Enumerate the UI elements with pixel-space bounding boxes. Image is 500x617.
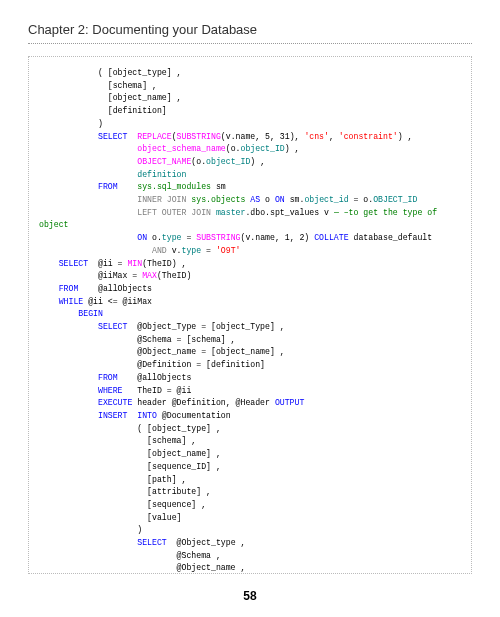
- code-line: FROM sys.sql_modules sm: [39, 181, 461, 194]
- code-line: FROM @allObjects: [39, 283, 461, 296]
- code-line: [schema] ,: [39, 80, 461, 93]
- code-line: ): [39, 524, 461, 537]
- code-line: AND v.type = 'O9T': [39, 245, 461, 258]
- code-line: ): [39, 118, 461, 131]
- code-line: object_schema_name(o.object_ID) ,: [39, 143, 461, 156]
- code-line: [object_name] ,: [39, 92, 461, 105]
- code-line: BEGIN: [39, 308, 461, 321]
- code-line: ( [object_type] ,: [39, 67, 461, 80]
- code-line: [attribute] ,: [39, 486, 461, 499]
- code-line: object: [39, 219, 461, 232]
- code-line: @Schema ,: [39, 550, 461, 563]
- code-line: [object_name] ,: [39, 448, 461, 461]
- code-line: ( [object_type] ,: [39, 423, 461, 436]
- code-line: @iiMax = MAX(TheID): [39, 270, 461, 283]
- code-line: [path] ,: [39, 474, 461, 487]
- code-line: ON o.type = SUBSTRING(v.name, 1, 2) COLL…: [39, 232, 461, 245]
- code-line: SELECT @ii = MIN(TheID) ,: [39, 258, 461, 271]
- code-line: [schema] ,: [39, 435, 461, 448]
- code-line: EXECUTE header @Definition, @Header OUTP…: [39, 397, 461, 410]
- code-line: LEFT OUTER JOIN master.dbo.spt_values v …: [39, 207, 461, 220]
- code-line: @Object_name = [object_name] ,: [39, 346, 461, 359]
- page-number: 58: [0, 589, 500, 603]
- code-line: OBJECT_NAME(o.object_ID) ,: [39, 156, 461, 169]
- code-line: [definition]: [39, 105, 461, 118]
- code-line: @Object_name ,: [39, 562, 461, 574]
- code-line: @Schema = [schema] ,: [39, 334, 461, 347]
- code-line: SELECT @Object_type ,: [39, 537, 461, 550]
- code-line: [sequence_ID] ,: [39, 461, 461, 474]
- code-line: WHERE TheID = @ii: [39, 385, 461, 398]
- code-line: WHILE @ii <= @iiMax: [39, 296, 461, 309]
- code-line: [sequence] ,: [39, 499, 461, 512]
- code-line: INSERT INTO @Documentation: [39, 410, 461, 423]
- code-line: [value]: [39, 512, 461, 525]
- code-line: SELECT @Object_Type = [object_Type] ,: [39, 321, 461, 334]
- sql-code-block: ( [object_type] , [schema] , [object_nam…: [28, 56, 472, 574]
- code-line: INNER JOIN sys.objects AS o ON sm.object…: [39, 194, 461, 207]
- code-line: SELECT REPLACE(SUBSTRING(v.name, 5, 31),…: [39, 131, 461, 144]
- code-line: FROM @allObjects: [39, 372, 461, 385]
- chapter-title: Chapter 2: Documenting your Database: [28, 22, 472, 44]
- code-line: definition: [39, 169, 461, 182]
- code-line: @Definition = [definition]: [39, 359, 461, 372]
